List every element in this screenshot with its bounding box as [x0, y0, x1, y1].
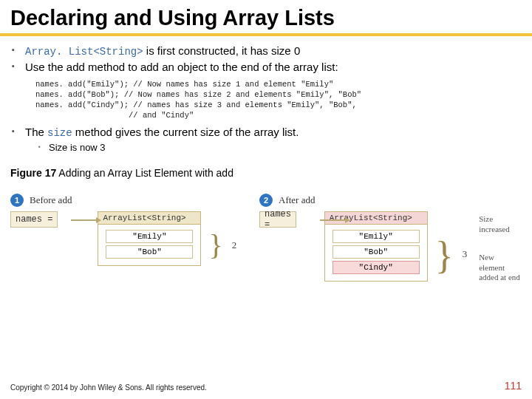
- copyright-text: Copyright © 2014 by John Wiley & Sons. A…: [10, 383, 207, 392]
- bullet-list-2: The size method gives the current size o…: [10, 125, 522, 154]
- obj-type-before: ArrayList<String>: [98, 212, 200, 225]
- note-size-increased: Size increased: [474, 214, 522, 235]
- panel-before: 1 Before add names = ArrayList<String> "…: [10, 194, 240, 283]
- step-badge-2: 2: [259, 194, 273, 207]
- code-inline: Array. List<String>: [25, 46, 143, 58]
- content-area: Array. List<String> is first constructed…: [0, 36, 532, 154]
- sub-bullet-1: Size is now 3: [38, 142, 522, 154]
- brace-icon: }: [208, 223, 222, 254]
- page-number: 111: [505, 380, 522, 392]
- sub-list: Size is now 3: [25, 142, 522, 154]
- panel-after-head: 2 After add: [259, 194, 522, 207]
- panel-after-title: After add: [279, 194, 315, 206]
- figure-caption: Figure 17 Adding an Array List Element w…: [0, 155, 532, 179]
- panel-before-row: names = ArrayList<String> "Emily" "Bob" …: [10, 211, 240, 266]
- figure-area: 1 Before add names = ArrayList<String> "…: [0, 179, 532, 283]
- list-item-new: "Cindy": [332, 261, 420, 274]
- size-label-before: 2: [231, 226, 237, 251]
- list-item: "Bob": [106, 245, 193, 259]
- obj-type-after: ArrayList<String>: [325, 212, 427, 225]
- arrow-icon: [71, 219, 100, 221]
- arraylist-object-before: ArrayList<String> "Emily" "Bob": [98, 211, 201, 266]
- arrow-icon: [320, 219, 349, 221]
- panel-before-title: Before add: [30, 194, 72, 206]
- figure-number: Figure 17: [10, 167, 56, 179]
- bullet-1: Array. List<String> is first constructed…: [10, 44, 522, 58]
- obj-body-after: "Emily" "Bob" "Cindy": [325, 225, 427, 281]
- code-block: names. add("Emily"); // Now names has si…: [10, 76, 522, 126]
- bullet-3-pre: The: [25, 126, 47, 138]
- step-badge-1: 1: [10, 194, 24, 207]
- bullet-1-text: is first constructed, it has size 0: [143, 44, 301, 57]
- page-title: Declaring and Using Array Lists: [0, 0, 532, 36]
- bullet-3: The size method gives the current size o…: [10, 125, 522, 154]
- footer: Copyright © 2014 by John Wiley & Sons. A…: [10, 380, 522, 392]
- panel-before-head: 1 Before add: [10, 194, 240, 207]
- panel-after-row: names = ArrayList<String> "Emily" "Bob" …: [259, 211, 522, 283]
- var-box-after: names =: [259, 211, 296, 228]
- obj-body-before: "Emily" "Bob": [98, 225, 200, 265]
- figure-caption-text: Adding an Array List Element with add: [56, 167, 233, 179]
- bullet-3-post: method gives the current size of the arr…: [72, 126, 299, 138]
- list-item: "Bob": [332, 245, 420, 259]
- note-new-element: New element added at end: [474, 253, 522, 283]
- bullet-list: Array. List<String> is first constructed…: [10, 44, 522, 75]
- size-label-after: 3: [461, 235, 468, 260]
- bullet-2: Use the add method to add an object to t…: [10, 60, 522, 75]
- panel-after: 2 After add names = ArrayList<String> "E…: [259, 194, 522, 283]
- code-inline-size: size: [47, 127, 72, 139]
- list-item: "Emily": [332, 230, 420, 243]
- list-item: "Emily": [106, 230, 193, 243]
- var-box-before: names =: [10, 211, 58, 228]
- brace-icon: }: [435, 228, 454, 267]
- arraylist-object-after: ArrayList<String> "Emily" "Bob" "Cindy": [324, 211, 428, 282]
